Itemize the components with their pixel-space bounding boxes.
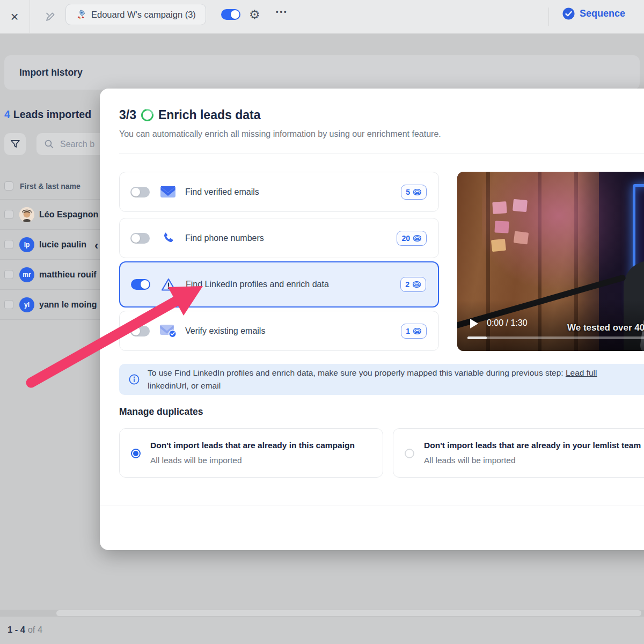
import-history-banner[interactable]: Import history <box>4 55 640 90</box>
option-label: Find LinkedIn profiles and enrich data <box>186 280 329 289</box>
option-label: Find phone numbers <box>185 233 264 243</box>
progress-ring-icon <box>138 106 156 123</box>
search-icon <box>44 139 54 149</box>
coin-icon <box>413 327 422 335</box>
manage-duplicates-heading: Manage duplicates <box>119 406 203 418</box>
phone-icon <box>159 230 177 246</box>
credit-cost-badge: 2 <box>400 277 426 292</box>
coin-icon <box>413 235 422 242</box>
find-linkedin-toggle[interactable] <box>131 279 150 290</box>
duplicate-option-team[interactable]: Don't import leads that are already in y… <box>393 428 644 478</box>
row-divider <box>0 319 100 320</box>
info-banner: To use Find LinkedIn profiles and enrich… <box>119 364 644 395</box>
sequence-label: Sequence <box>580 8 625 19</box>
divider <box>30 0 30 33</box>
mapping-link[interactable]: Lead full <box>566 368 597 377</box>
table-row[interactable]: lp lucie paulin <box>0 230 86 259</box>
modal-title: 3/3 Enrich leads data <box>119 108 260 122</box>
lead-name: yann le moing <box>39 300 97 310</box>
campaign-toggle[interactable] <box>221 9 240 20</box>
campaign-name: Edouard W's campaign (3) <box>91 10 196 20</box>
duplicate-option-title: Don't import leads that are already in t… <box>150 441 355 450</box>
top-bar: × Edouard W's campaign (3) ⚙ ••• Sequenc… <box>0 0 644 34</box>
envelope-icon <box>159 184 177 200</box>
modal-title-text: Enrich leads data <box>158 108 260 122</box>
import-history-label: Import history <box>19 67 83 78</box>
video-timestamp: 0:00 / 1:30 <box>487 318 528 328</box>
collapse-chevron-icon[interactable]: ‹ <box>94 239 98 253</box>
pagination-range: 1 - 4 <box>8 625 25 634</box>
close-icon[interactable]: × <box>5 8 24 26</box>
column-header: First & last name <box>20 182 80 191</box>
option-verify-existing-emails[interactable]: Verify existing emails 1 <box>119 311 439 351</box>
tutorial-video[interactable]: 0:00 / 1:30 We tested over 40 <box>457 172 644 351</box>
table-header: First & last name <box>0 173 80 199</box>
credit-cost-badge: 1 <box>401 324 427 339</box>
avatar: yl <box>19 297 34 312</box>
rocket-icon <box>76 9 86 20</box>
modal-subtitle: You can automatically enrich all missing… <box>119 129 441 139</box>
option-find-phone-numbers[interactable]: Find phone numbers 20 <box>119 218 439 258</box>
check-circle-icon <box>562 8 575 20</box>
video-caption: We tested over 40 <box>567 323 644 333</box>
lead-name: matthieu rouif <box>39 270 97 280</box>
option-label: Find verified emails <box>185 187 259 197</box>
find-verified-emails-toggle[interactable] <box>130 187 150 197</box>
pagination-total: of 4 <box>28 625 43 634</box>
coin-icon <box>412 281 421 288</box>
leads-label: Leads imported <box>13 108 91 120</box>
option-find-linkedin-profiles[interactable]: Find LinkedIn profiles and enrich data 2 <box>119 261 439 308</box>
info-icon <box>129 374 140 385</box>
leads-count: 4 <box>4 108 10 120</box>
funnel-icon <box>10 138 21 150</box>
edit-pencil-icon[interactable] <box>43 9 58 24</box>
modal-footer-divider <box>100 506 644 506</box>
more-options-icon[interactable]: ••• <box>276 8 288 16</box>
row-checkbox[interactable] <box>4 210 13 219</box>
pagination: 1 - 4 of 4 <box>8 625 42 635</box>
table-row[interactable]: Léo Espagnon <box>0 200 98 229</box>
envelope-check-icon <box>159 323 177 339</box>
divider <box>119 153 644 153</box>
divider <box>548 8 549 26</box>
video-progress-bar[interactable] <box>467 336 644 339</box>
lead-name: lucie paulin <box>39 240 86 250</box>
row-checkbox[interactable] <box>4 240 13 249</box>
info-banner-text: To use Find LinkedIn profiles and enrich… <box>148 367 597 392</box>
row-checkbox[interactable] <box>4 300 13 309</box>
select-all-checkbox[interactable] <box>4 181 13 191</box>
avatar: lp <box>19 237 34 252</box>
option-label: Verify existing emails <box>185 326 265 336</box>
warning-triangle-icon <box>160 276 177 292</box>
option-find-verified-emails[interactable]: Find verified emails 5 <box>119 172 439 212</box>
enrich-leads-modal: 3/3 Enrich leads data You can automatica… <box>100 89 644 550</box>
screen: × Edouard W's campaign (3) ⚙ ••• Sequenc… <box>0 0 644 644</box>
radio-selected[interactable] <box>131 449 141 458</box>
radio-unselected[interactable] <box>405 449 414 458</box>
duplicate-option-subtitle: All leads will be imported <box>150 456 242 465</box>
table-row[interactable]: mr matthieu rouif <box>0 260 97 289</box>
table-row[interactable]: yl yann le moing <box>0 290 97 319</box>
duplicate-option-title: Don't import leads that are already in y… <box>424 441 641 450</box>
verify-emails-toggle[interactable] <box>130 326 150 336</box>
find-phone-numbers-toggle[interactable] <box>130 233 150 244</box>
credit-cost-badge: 5 <box>401 185 427 200</box>
sequence-tab[interactable]: Sequence <box>562 8 625 20</box>
play-icon[interactable] <box>470 319 478 328</box>
credit-cost-badge: 20 <box>397 231 427 246</box>
avatar <box>19 207 34 222</box>
row-checkbox[interactable] <box>4 270 13 279</box>
lead-name: Léo Espagnon <box>39 210 98 219</box>
filter-button[interactable] <box>4 133 26 155</box>
gear-icon[interactable]: ⚙ <box>249 8 260 22</box>
duplicate-option-subtitle: All leads will be imported <box>424 456 516 465</box>
step-indicator: 3/3 <box>119 108 136 122</box>
horizontal-scrollbar-thumb[interactable] <box>56 610 641 616</box>
footer-strip <box>0 617 644 644</box>
coin-icon <box>413 188 422 196</box>
leads-imported-heading: 4Leads imported <box>4 108 104 121</box>
avatar: mr <box>19 267 34 282</box>
campaign-name-button[interactable]: Edouard W's campaign (3) <box>65 4 206 25</box>
video-progress-fill <box>467 336 487 339</box>
duplicate-option-campaign[interactable]: Don't import leads that are already in t… <box>119 428 383 478</box>
